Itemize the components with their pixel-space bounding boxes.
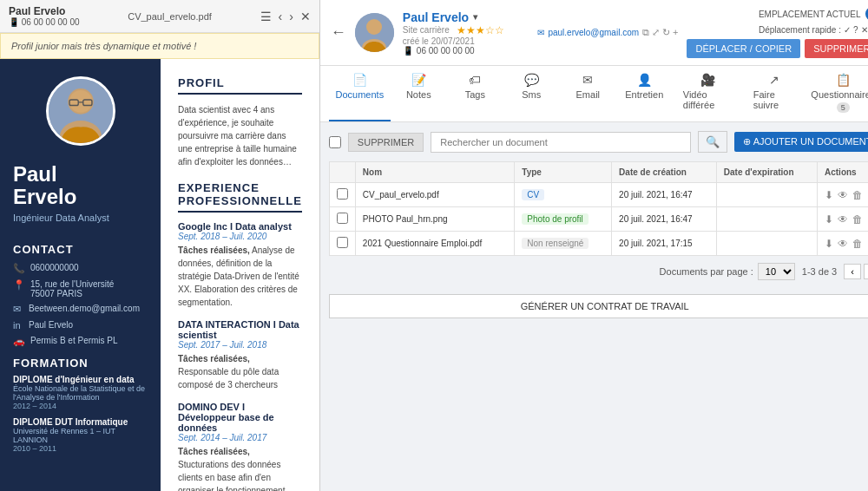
tab-tags[interactable]: 🏷 Tags — [447, 66, 503, 121]
crm-documents: SUPPRIMER 🔍 ⊕ AJOUTER UN DOCUMENT Nom Ty… — [320, 122, 868, 491]
svg-point-3 — [69, 90, 92, 113]
col-nom: Nom — [355, 162, 514, 183]
col-check — [329, 162, 355, 183]
tab-email[interactable]: ✉ Email — [560, 66, 616, 121]
linkedin-icon: in — [13, 320, 23, 331]
faire-suivre-icon: ↗ — [769, 73, 779, 87]
add-icon[interactable]: + — [673, 27, 678, 38]
doc-name-1: CV_paul_ervelo.pdf — [355, 183, 514, 207]
phone-icon: 📞 — [13, 263, 25, 274]
contact-linkedin: in Paul Ervelo — [0, 318, 161, 333]
formation-date-2: 2010 – 2011 — [13, 444, 148, 453]
cv-banner: Profil junior mais très dynamique et mot… — [0, 33, 319, 59]
tab-video-label: Vidéo différée — [683, 89, 733, 110]
profil-title: PROFIL — [178, 76, 302, 95]
doc-created-2: 20 juil. 2021, 16:47 — [612, 207, 717, 232]
cv-job-title: Ingénieur Data Analyst — [13, 213, 148, 223]
select-all-checkbox[interactable] — [329, 136, 341, 148]
delete-icon[interactable]: 🗑 — [852, 238, 863, 250]
tab-questionnaires[interactable]: 📋 Questionnaires 5 — [806, 66, 868, 121]
banner-text: Profil junior mais très dynamique et mot… — [11, 41, 196, 51]
formation-school-1: École Nationale de la Statistique et de … — [13, 384, 148, 402]
formation-school-2: Université de Rennes 1 – IUT LANNION — [13, 427, 148, 444]
check-icon[interactable]: ✓ — [844, 25, 851, 35]
view-icon[interactable]: 👁 — [838, 213, 848, 226]
crm-created: créé le 20/07/2021 — [403, 36, 529, 46]
search-button[interactable]: 🔍 — [698, 131, 727, 153]
doc-actions-3: ⬇ 👁 🗑 — [825, 238, 868, 250]
exp-period-3: Sept. 2014 – Juil. 2017 — [178, 433, 302, 442]
view-icon[interactable]: 👁 — [838, 189, 848, 201]
doc-pagination: Documents par page : 10 20 50 1-3 de 3 ‹… — [329, 256, 868, 287]
ajouter-document-button[interactable]: ⊕ AJOUTER UN DOCUMENT — [734, 132, 868, 152]
per-page-section: Documents par page : 10 20 50 — [660, 263, 795, 280]
close-icon[interactable]: ✕ — [300, 10, 311, 23]
cv-panel: Paul Ervelo 📱 06 00 00 00 00 CV_paul_erv… — [0, 0, 320, 491]
per-page-label: Documents par page : — [660, 266, 753, 277]
tab-entretien[interactable]: 👤 Entretien — [616, 66, 673, 121]
per-page-select[interactable]: 10 20 50 — [758, 263, 795, 280]
prev-page-button[interactable]: ‹ — [844, 264, 861, 279]
row-checkbox-3[interactable] — [337, 237, 348, 248]
close-icon[interactable]: ✕ — [861, 25, 868, 35]
doc-search-input[interactable] — [431, 132, 691, 153]
cv-person-name: Paul Ervelo — [9, 5, 80, 17]
dropdown-arrow-icon[interactable]: ▾ — [473, 12, 477, 22]
download-icon[interactable]: ⬇ — [825, 238, 833, 250]
experience-item-1: Google Inc I Data analyst Sept. 2018 – J… — [178, 221, 302, 309]
exp-tasks-2: Tâches réalisées, Responsable du pôle da… — [178, 352, 302, 391]
next-page-button[interactable]: › — [864, 264, 868, 279]
back-arrow-icon[interactable]: ← — [331, 23, 346, 42]
experience-title: EXPERIENCE PROFESSIONNELLE — [178, 181, 302, 213]
row-checkbox-1[interactable] — [337, 188, 348, 200]
deplacement-button[interactable]: DÉPLACER / COPIER — [687, 39, 800, 58]
copy-icon[interactable]: ⧉ — [642, 27, 649, 38]
exp-tasks-1: Tâches réalisées, Analyse de données, dé… — [178, 244, 302, 309]
questionnaires-count: 5 — [837, 102, 850, 113]
formation-title-1: DIPLOME d'Ingénieur en data — [13, 375, 148, 384]
row-checkbox-2[interactable] — [337, 213, 348, 224]
email-tab-icon: ✉ — [582, 73, 593, 87]
tab-video[interactable]: 🎥 Vidéo différée — [673, 66, 743, 121]
tab-faire-suivre[interactable]: ↗ Faire suivre — [743, 66, 806, 121]
cv-last-name: Ervelo — [13, 186, 148, 208]
download-icon[interactable]: ⬇ — [825, 189, 833, 201]
doc-type-1: CV — [522, 189, 544, 200]
tab-documents[interactable]: 📄 Documents — [329, 66, 391, 121]
tab-notes[interactable]: 📝 Notes — [391, 66, 447, 121]
avatar-container — [37, 59, 124, 154]
svg-point-8 — [366, 19, 382, 35]
download-icon[interactable]: ⬇ — [825, 213, 833, 226]
tab-notes-label: Notes — [406, 89, 431, 100]
next-icon[interactable]: › — [289, 10, 293, 23]
delete-icon[interactable]: 🗑 — [852, 189, 863, 201]
location-row: EMPLACEMENT ACTUEL 1 — [759, 7, 868, 21]
list-icon[interactable]: ☰ — [260, 10, 272, 23]
crm-tabs: 📄 Documents 📝 Notes 🏷 Tags 💬 Sms ✉ Email… — [320, 66, 868, 122]
doc-actions-2: ⬇ 👁 🗑 — [825, 213, 868, 226]
cv-titlebar: Paul Ervelo 📱 06 00 00 00 00 CV_paul_erv… — [0, 0, 319, 33]
tab-sms[interactable]: 💬 Sms — [503, 66, 560, 121]
tab-tags-label: Tags — [465, 89, 485, 100]
tab-documents-label: Documents — [336, 89, 385, 100]
email-icon: ✉ — [537, 28, 544, 37]
supprimer-button[interactable]: SUPPRIMER — [805, 39, 868, 58]
view-icon[interactable]: 👁 — [838, 238, 848, 250]
col-actions: Actions — [817, 162, 868, 183]
generer-contrat-button[interactable]: GÉNÉRER UN CONTRAT DE TRAVAIL — [329, 294, 868, 318]
tab-faire-suivre-label: Faire suivre — [753, 89, 795, 110]
refresh-icon[interactable]: ↻ — [662, 27, 670, 38]
expand-icon[interactable]: ⤢ — [652, 27, 660, 38]
doc-expiration-2 — [716, 207, 817, 232]
rapid-label: Déplacement rapide : — [759, 25, 841, 35]
location-label: EMPLACEMENT ACTUEL — [759, 10, 861, 19]
supprimer-doc-button[interactable]: SUPPRIMER — [348, 133, 424, 152]
sms-icon: 💬 — [524, 73, 539, 87]
table-header: Nom Type Date de création Date d'expirat… — [329, 162, 868, 183]
prev-icon[interactable]: ‹ — [279, 10, 283, 23]
crm-action-buttons: DÉPLACER / COPIER SUPPRIMER — [687, 39, 868, 58]
doc-actions-1: ⬇ 👁 🗑 — [825, 189, 868, 201]
delete-icon[interactable]: 🗑 — [852, 213, 863, 226]
tab-email-label: Email — [576, 89, 601, 100]
question-icon[interactable]: ? — [853, 25, 858, 35]
